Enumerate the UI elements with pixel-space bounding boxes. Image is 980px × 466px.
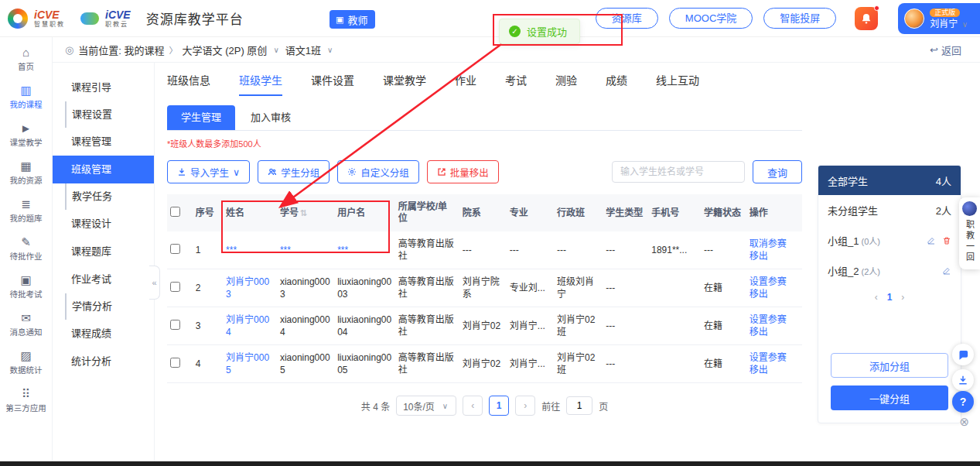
total-count: 共 4 条 xyxy=(361,399,390,413)
tab-class-students[interactable]: 班级学生 xyxy=(239,72,282,96)
user-menu[interactable]: 正式版 刘肖宁 ∨ xyxy=(898,3,980,34)
tab-quiz[interactable]: 测验 xyxy=(555,72,577,94)
import-students-button[interactable]: 导入学生 ∨ xyxy=(167,160,250,183)
student-name-link[interactable]: 刘肖宁0004 xyxy=(226,314,274,338)
message-icon: ✉ xyxy=(21,312,31,324)
ungrouped-students-row[interactable]: 未分组学生 2人 xyxy=(818,195,961,225)
sidebar-item-pending-exams[interactable]: ▣ 待批考试 xyxy=(0,268,52,306)
next-page-button[interactable]: › xyxy=(515,396,535,416)
remove-link[interactable]: 移出 xyxy=(750,326,799,338)
trash-icon[interactable] xyxy=(942,236,951,245)
query-button[interactable]: 查询 xyxy=(753,160,802,183)
menu-item-course-grades[interactable]: 课程成绩 xyxy=(53,320,154,348)
tab-grades[interactable]: 成绩 xyxy=(606,72,627,94)
sidebar-item-my-question-bank[interactable]: ≣ 我的题库 xyxy=(0,192,52,230)
page-size-select[interactable]: 10条/页 ∨ xyxy=(396,396,456,416)
remove-link[interactable]: 移出 xyxy=(750,288,799,300)
menu-item-course-question-bank[interactable]: 课程题库 xyxy=(53,238,154,266)
menu-item-course-design[interactable]: 课程设计 xyxy=(53,210,154,238)
select-all-checkbox[interactable] xyxy=(170,207,180,217)
breadcrumb-course[interactable]: 大学语文 (2P) 原创 xyxy=(183,43,268,57)
custom-grouping-button[interactable]: 自定义分组 xyxy=(337,160,419,183)
close-widgets-icon[interactable]: ⊗ xyxy=(959,415,969,429)
row-checkbox[interactable] xyxy=(170,320,180,330)
row-checkbox[interactable] xyxy=(170,244,180,254)
prev-page-button[interactable]: ‹ xyxy=(463,396,483,416)
subtab-join-review[interactable]: 加入审核 xyxy=(235,105,306,130)
one-click-group-button[interactable]: 一键分组 xyxy=(831,385,948,410)
menu-item-statistical-analysis[interactable]: 统计分析 xyxy=(53,348,154,375)
batch-remove-button[interactable]: 批量移出 xyxy=(427,160,499,183)
logo-subtext: 职教云 xyxy=(105,22,131,28)
sidebar-item-classroom-teaching[interactable]: ► 课堂教学 xyxy=(0,116,52,154)
menu-collapse-handle[interactable]: « xyxy=(149,266,160,300)
edit-icon[interactable] xyxy=(927,236,936,245)
tab-homework[interactable]: 作业 xyxy=(455,72,476,94)
current-page[interactable]: 1 xyxy=(887,292,893,303)
goto-page-input[interactable] xyxy=(566,396,592,415)
edit-icon[interactable] xyxy=(942,266,951,276)
chevron-down-icon[interactable]: ∨ xyxy=(273,46,278,54)
sidebar-item-my-resources[interactable]: ▦ 我的资源 xyxy=(0,154,52,192)
download-float-icon[interactable] xyxy=(952,369,974,391)
chat-bubble-icon[interactable] xyxy=(952,344,974,365)
col-actions: 操作 xyxy=(746,194,802,231)
col-student-id[interactable]: 学号⇅ xyxy=(277,194,334,231)
breadcrumb-class[interactable]: 语文1班 xyxy=(285,43,321,57)
add-group-button[interactable]: 添加分组 xyxy=(831,353,948,378)
group-row[interactable]: 小组_2(2人) xyxy=(818,255,961,286)
student-search-input[interactable] xyxy=(612,161,745,183)
success-toast: ✓ 设置成功 xyxy=(499,19,580,44)
menu-item-course-guide[interactable]: 课程引导 xyxy=(53,74,154,101)
sidebar-item-my-courses[interactable]: ▥ 我的课程 xyxy=(0,78,52,116)
section-teaching-tasks: 教学任务 xyxy=(65,183,154,210)
mooc-college-button[interactable]: MOOC学院 xyxy=(669,8,753,29)
row-checkbox[interactable] xyxy=(170,282,180,292)
zhijiaoyun-logo-icon xyxy=(80,12,99,25)
tab-online-interaction[interactable]: 线上互动 xyxy=(656,72,699,94)
tab-exam[interactable]: 考试 xyxy=(505,72,527,94)
student-name-link[interactable]: *** xyxy=(226,244,274,256)
tab-class-info[interactable]: 班级信息 xyxy=(167,72,210,94)
ungrouped-count: 2人 xyxy=(936,203,951,218)
set-contest-link[interactable]: 设置参赛 xyxy=(750,276,799,288)
sort-icon[interactable]: ⇅ xyxy=(300,208,307,218)
menu-item-class-management[interactable]: 班级管理 xyxy=(53,156,154,183)
remove-link[interactable]: 移出 xyxy=(750,250,799,262)
sidebar-item-notifications[interactable]: ✉ 消息通知 xyxy=(0,306,52,344)
menu-item-homework-exam[interactable]: 作业考试 xyxy=(53,266,154,293)
student-name-link[interactable]: 刘肖宁0005 xyxy=(226,351,274,376)
notification-bell-icon[interactable] xyxy=(855,7,878,30)
assistant-tab[interactable]: 职教一回 xyxy=(959,197,980,269)
next-page-arrow[interactable]: › xyxy=(901,292,904,303)
col-department: 院系 xyxy=(459,194,507,231)
sidebar-item-third-party-apps[interactable]: ⠿ 第三方应用 xyxy=(0,382,52,420)
section-course-settings: 课程设置 xyxy=(65,101,154,128)
prev-page-arrow[interactable]: ‹ xyxy=(875,292,878,303)
resource-library-button[interactable]: 资源库 xyxy=(596,8,658,29)
current-page-button[interactable]: 1 xyxy=(489,396,509,416)
student-grouping-button[interactable]: 学生分组 xyxy=(258,160,330,183)
group-row[interactable]: 小组_1(0人) xyxy=(818,225,961,255)
menu-item-course-management[interactable]: 课程管理 xyxy=(53,128,154,156)
window-bottom-edge xyxy=(0,461,980,466)
subtab-student-management[interactable]: 学生管理 xyxy=(167,105,235,130)
help-icon[interactable]: ? xyxy=(952,391,974,413)
tab-classroom-teaching[interactable]: 课堂教学 xyxy=(383,72,426,94)
cancel-contest-link[interactable]: 取消参赛 xyxy=(750,238,799,250)
student-name-link[interactable]: 刘肖宁0003 xyxy=(226,276,274,300)
chevron-down-icon[interactable]: ∨ xyxy=(327,46,333,54)
sidebar-item-home[interactable]: ⌂ 首页 xyxy=(0,40,52,78)
back-button[interactable]: ↩ 返回 xyxy=(930,43,961,57)
teacher-role-badge[interactable]: ▣ 教师 xyxy=(330,10,375,29)
smart-casting-button[interactable]: 智能投屏 xyxy=(763,8,836,29)
remove-link[interactable]: 移出 xyxy=(750,364,799,376)
sidebar-item-pending-homework[interactable]: ✎ 待批作业 xyxy=(0,230,52,268)
set-contest-link[interactable]: 设置参赛 xyxy=(750,314,799,326)
tab-courseware-settings[interactable]: 课件设置 xyxy=(311,72,354,94)
apps-grid-icon: ⠿ xyxy=(22,388,30,399)
set-contest-link[interactable]: 设置参赛 xyxy=(750,351,799,364)
sidebar-item-data-statistics[interactable]: ▨ 数据统计 xyxy=(0,344,52,382)
row-checkbox[interactable] xyxy=(170,358,180,368)
home-icon: ⌂ xyxy=(22,46,29,58)
